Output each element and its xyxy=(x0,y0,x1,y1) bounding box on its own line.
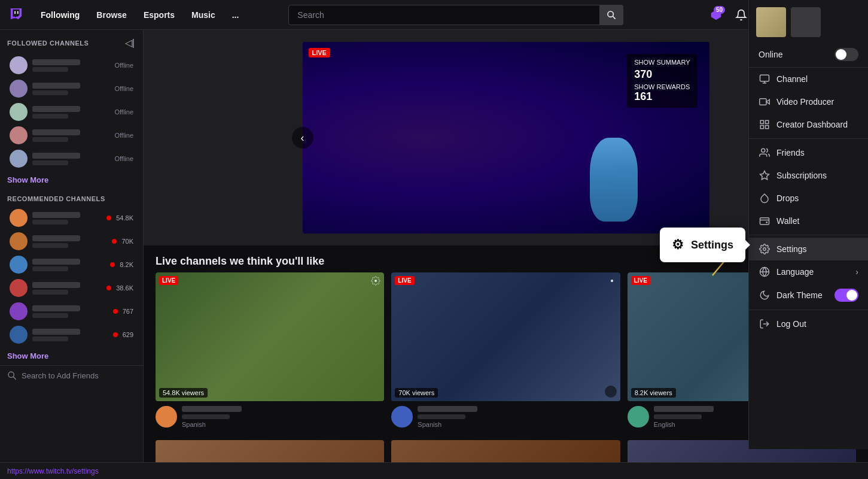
show-more-followed-button[interactable]: Show More xyxy=(0,171,143,189)
live-indicator xyxy=(112,239,117,244)
card-streamer-name xyxy=(182,406,242,412)
search-friends-button[interactable]: Search to Add Friends xyxy=(0,365,143,385)
channel-name xyxy=(32,212,80,218)
dropdown-item-friends[interactable]: Friends xyxy=(749,141,868,164)
wallet-label: Wallet xyxy=(776,216,799,226)
channel-avatar xyxy=(10,232,28,250)
drops-svg-icon xyxy=(759,193,770,204)
dropdown-item-dark-theme[interactable]: Dark Theme xyxy=(749,283,868,307)
online-label: Online xyxy=(759,50,782,59)
creator-dashboard-label: Creator Dashboard xyxy=(776,120,848,129)
dropdown-item-channel[interactable]: Channel xyxy=(749,68,868,90)
online-toggle[interactable] xyxy=(835,48,858,61)
card-settings-icon[interactable] xyxy=(371,276,380,287)
channel-info xyxy=(32,106,109,119)
card-avatar xyxy=(156,406,177,428)
recommended-channel-item[interactable]: 629 xyxy=(2,323,141,346)
card-avatar xyxy=(391,406,413,428)
followed-channel-item[interactable]: Offline xyxy=(2,77,141,100)
channel-card[interactable]: LIVE 70K viewers Spanis xyxy=(391,272,620,431)
live-indicator xyxy=(113,332,118,337)
channel-game xyxy=(32,290,68,295)
card-thumbnail: LIVE 70K viewers xyxy=(391,272,620,401)
user-dropdown-menu: Online Channel Video Pro xyxy=(748,0,868,449)
hero-nav-prev-button[interactable]: ‹ xyxy=(292,127,313,148)
dropdown-item-video-producer[interactable]: Video Producer xyxy=(749,90,868,113)
recommended-channel-item[interactable]: 767 xyxy=(2,300,141,323)
channel-game xyxy=(32,266,68,271)
followed-channel-item[interactable]: Offline xyxy=(2,101,141,123)
svg-marker-21 xyxy=(760,171,769,180)
channel-name xyxy=(32,235,80,241)
nav-browse[interactable]: Browse xyxy=(90,7,133,23)
followed-channel-item[interactable]: Offline xyxy=(2,54,141,77)
card-info: Spanish xyxy=(391,401,620,431)
nav-more[interactable]: ... xyxy=(226,7,245,23)
language-icon xyxy=(759,266,770,278)
settings-icon xyxy=(759,243,770,255)
search-input[interactable] xyxy=(288,5,623,25)
divider xyxy=(749,138,868,139)
search-icon xyxy=(607,10,616,20)
sidebar-collapse-button[interactable]: ◁| xyxy=(124,36,136,50)
user-profile-avatar[interactable] xyxy=(756,7,786,37)
topnav: Following Browse Esports Music ... 50 xyxy=(0,0,868,30)
recommended-channel-item[interactable]: 38.6K xyxy=(2,277,141,299)
search-submit-button[interactable] xyxy=(599,5,623,25)
fall-guys-character xyxy=(590,138,638,222)
card-viewers: 54.8K viewers xyxy=(159,388,208,398)
dropdown-item-language[interactable]: Language › xyxy=(749,260,868,283)
live-indicator xyxy=(110,262,115,267)
toggle-knob xyxy=(836,49,846,60)
channel-game xyxy=(32,114,68,119)
nav-following[interactable]: Following xyxy=(35,7,86,23)
channel-card[interactable]: LIVE 54.8K viewers Spanish xyxy=(156,272,384,431)
dropdown-item-wallet[interactable]: Wallet xyxy=(749,210,868,232)
recommended-channels-label: RECOMMENDED CHANNELS xyxy=(7,195,105,202)
show-more-recommended-button[interactable]: Show More xyxy=(0,347,143,365)
search-friends-label: Search to Add Friends xyxy=(22,371,99,380)
hero-video[interactable]: LIVE SHOW SUMMARY 370 SHOW REWARDS 161 xyxy=(303,42,709,234)
dropdown-item-drops[interactable]: Drops xyxy=(749,187,868,210)
dropdown-item-creator-dashboard[interactable]: Creator Dashboard xyxy=(749,113,868,136)
dark-theme-toggle[interactable] xyxy=(835,289,858,302)
channel-status: Offline xyxy=(114,155,133,162)
nav-esports[interactable]: Esports xyxy=(138,7,181,23)
subscriptions-svg-icon xyxy=(759,170,770,181)
score-label-1: SHOW SUMMARY xyxy=(634,59,690,66)
svg-rect-19 xyxy=(760,126,763,129)
channel-icon xyxy=(759,73,770,85)
recommended-channel-item[interactable]: 8.2K xyxy=(2,253,141,276)
log-out-label: Log Out xyxy=(776,319,806,329)
dropdown-item-settings[interactable]: Settings xyxy=(749,238,868,260)
recommended-channel-item[interactable]: 70K xyxy=(2,230,141,253)
language-svg-icon xyxy=(759,266,770,277)
tooltip-gear-icon: ⚙ xyxy=(672,237,684,253)
twitch-logo[interactable] xyxy=(7,6,25,24)
bits-button[interactable]: 50 xyxy=(706,5,726,25)
user-profile-avatar-alt[interactable] xyxy=(791,7,821,37)
dropdown-item-log-out[interactable]: Log Out xyxy=(749,313,868,335)
card-settings-icon[interactable] xyxy=(607,276,617,287)
svg-point-24 xyxy=(763,248,766,251)
channel-status: Offline xyxy=(114,85,133,92)
score-overlay: SHOW SUMMARY 370 SHOW REWARDS 161 xyxy=(627,54,697,108)
recommended-channel-item[interactable]: 54.8K xyxy=(2,207,141,229)
svg-rect-16 xyxy=(760,120,763,123)
live-indicator xyxy=(106,216,111,220)
card-live-badge: LIVE xyxy=(631,276,650,285)
dropdown-item-subscriptions[interactable]: Subscriptions xyxy=(749,164,868,187)
score-label-2: SHOW REWARDS xyxy=(634,83,690,90)
channel-avatar xyxy=(10,256,28,274)
card-language: Spanish xyxy=(182,421,384,428)
tooltip-label: Settings xyxy=(691,239,733,251)
svg-rect-11 xyxy=(760,75,769,81)
followed-channel-item[interactable]: Offline xyxy=(2,147,141,170)
log-out-icon xyxy=(759,318,770,330)
followed-channel-item[interactable]: Offline xyxy=(2,124,141,147)
wallet-icon xyxy=(759,215,770,227)
nav-music[interactable]: Music xyxy=(185,7,221,23)
gear-icon xyxy=(607,276,617,286)
svg-rect-1 xyxy=(14,11,16,14)
dropdown-avatar-section xyxy=(749,0,868,44)
